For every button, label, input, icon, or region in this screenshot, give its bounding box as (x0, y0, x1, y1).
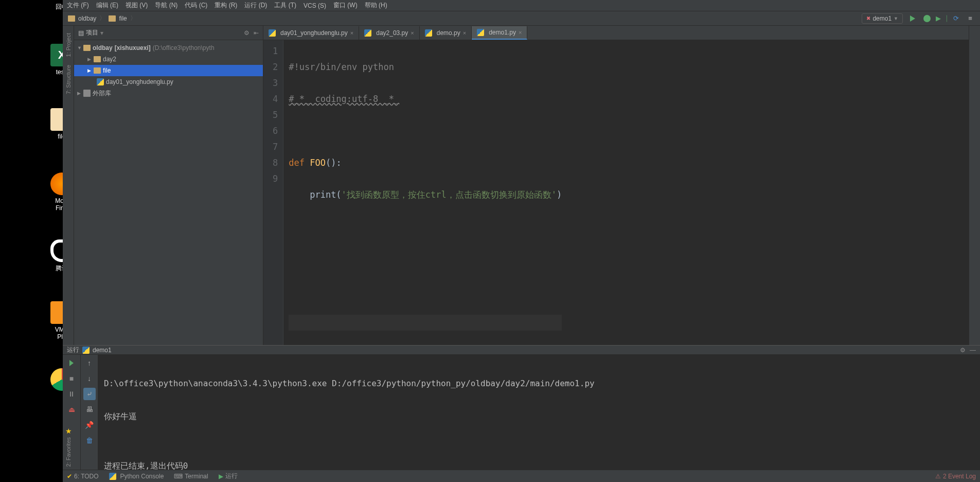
hide-icon[interactable]: — (970, 347, 976, 354)
tab-day01[interactable]: day01_yonghudenglu.py× (263, 26, 359, 40)
source-text[interactable]: #!usr/bin/env python #_*_ coding:utf-8 _… (283, 40, 567, 345)
expand-icon[interactable]: ▼ (77, 45, 83, 50)
tree-external-libs[interactable]: ▶ 外部库 (74, 88, 263, 99)
menu-bar: 文件 (F) 编辑 (E) 视图 (V) 导航 (N) 代码 (C) 重构 (R… (63, 0, 980, 11)
menu-view[interactable]: 视图 (V) (126, 1, 148, 10)
warning-icon: ⚠ (935, 473, 941, 480)
close-icon[interactable]: × (350, 30, 353, 36)
python-file-icon (82, 347, 90, 354)
python-file-icon (97, 78, 104, 85)
console-line: 你好牛逼 (104, 408, 974, 425)
tree-folder-file[interactable]: ▶ file (74, 65, 263, 76)
menu-vcs[interactable]: VCS (S) (304, 2, 326, 9)
run-button[interactable] (908, 14, 917, 23)
run-configuration-selector[interactable]: ✖ demo1 ▼ (862, 13, 903, 24)
chevron-right-icon: 〉 (99, 14, 105, 23)
tree-label: oldbay (93, 44, 113, 51)
print-button[interactable]: 🖶 (83, 403, 96, 416)
status-run[interactable]: ▶运行 (219, 472, 238, 480)
expand-icon[interactable]: ▶ (87, 68, 94, 73)
scroll-down-button[interactable]: ↓ (83, 372, 96, 385)
editor-area: day01_yonghudenglu.py× day2_03.py× demo.… (263, 26, 969, 345)
scroll-up-button[interactable]: ↑ (83, 357, 96, 369)
menu-help[interactable]: 帮助 (H) (365, 1, 387, 10)
python-icon (109, 473, 116, 480)
update-button[interactable]: ⟳ (951, 14, 960, 23)
rerun-button[interactable] (65, 357, 78, 369)
console-output[interactable]: D:\office3\python\anaconda3\3.4.3\python… (98, 355, 980, 482)
status-todo[interactable]: ✔6: TODO (67, 473, 99, 480)
close-icon[interactable]: × (463, 30, 466, 36)
tree-project-root[interactable]: ▼ oldbay [xishuxuexi] (D:\office3\python… (74, 42, 263, 54)
chevron-right-icon: 〉 (130, 14, 136, 23)
folder-icon (109, 15, 116, 22)
run-header-name: demo1 (93, 347, 112, 354)
sidebar-structure-tab[interactable]: 7: Structure (65, 65, 72, 94)
status-event-log[interactable]: ⚠2 Event Log (935, 473, 976, 480)
status-terminal[interactable]: ⌨Terminal (174, 473, 208, 480)
breadcrumb: oldbay 〉 file 〉 (68, 14, 136, 23)
code-editor[interactable]: 123456789 #!usr/bin/env python #_*_ codi… (263, 40, 969, 345)
crumb-root[interactable]: oldbay (78, 15, 96, 22)
gear-icon[interactable]: ⚙ (960, 347, 966, 354)
tab-day2-03[interactable]: day2_03.py× (359, 26, 420, 40)
pause-button[interactable]: ⏸ (65, 388, 78, 400)
collapse-icon[interactable]: ⇤ (254, 29, 259, 37)
tree-folder-day2[interactable]: ▶ day2 (74, 54, 263, 65)
sidebar-favorites-tab[interactable]: 2: Favorites (65, 437, 72, 467)
pin-button[interactable]: 📌 (83, 419, 96, 431)
line-gutter: 123456789 (263, 40, 283, 345)
sidebar-project-tab[interactable]: 1: Project (65, 33, 72, 57)
close-icon[interactable]: × (411, 30, 414, 36)
tree-file-day01[interactable]: day01_yonghudenglu.py (74, 76, 263, 88)
expand-icon[interactable]: ▶ (87, 57, 94, 62)
left-tool-strip: 1: Project 7: Structure (63, 26, 74, 345)
menu-window[interactable]: 窗口 (W) (333, 1, 358, 10)
stop-icon: ✖ (866, 15, 870, 21)
tab-label: demo.py (437, 29, 460, 37)
terminal-icon: ⌨ (174, 473, 183, 480)
tree-tag: [xishuxuexi] (115, 44, 151, 51)
tree-path: (D:\office3\python\pyth (153, 44, 215, 51)
run-coverage-button[interactable]: ▶⎹ (937, 14, 946, 23)
tab-label: demo1.py (489, 29, 516, 36)
tree-label: 外部库 (93, 89, 111, 98)
debug-button[interactable] (922, 14, 932, 23)
menu-nav[interactable]: 导航 (N) (155, 1, 177, 10)
run-header: 运行 demo1 ⚙ — (63, 346, 980, 355)
crumb-child[interactable]: file (119, 15, 127, 22)
run-header-label: 运行 (67, 346, 79, 354)
editor-tabs: day01_yonghudenglu.py× day2_03.py× demo.… (263, 26, 969, 40)
tab-label: day2_03.py (376, 29, 408, 37)
folder-icon (94, 67, 101, 74)
folder-icon (68, 15, 75, 22)
soft-wrap-button[interactable]: ⤶ (83, 388, 96, 400)
gear-icon[interactable]: ⚙ (244, 29, 250, 37)
clear-button[interactable]: 🗑 (83, 434, 96, 446)
menu-refactor[interactable]: 重构 (R) (215, 1, 237, 10)
menu-file[interactable]: 文件 (F) (67, 1, 89, 10)
close-icon[interactable]: × (519, 29, 522, 36)
python-file-icon (269, 29, 276, 37)
folder-icon (83, 45, 91, 51)
run-left-toolbar-2: ↑ ↓ ⤶ 🖶 📌 🗑 (80, 355, 98, 482)
menu-tools[interactable]: 工具 (T) (274, 1, 296, 10)
project-header-label: 项目 (86, 28, 98, 37)
menu-run[interactable]: 运行 (D) (244, 1, 267, 10)
expand-icon[interactable]: ▶ (77, 91, 83, 96)
tree-label: day01_yonghudenglu.py (106, 78, 173, 85)
tab-demo1[interactable]: demo1.py× (472, 26, 527, 40)
python-file-icon (425, 29, 432, 37)
menu-code[interactable]: 代码 (C) (185, 1, 207, 10)
status-python-console[interactable]: Python Console (109, 473, 164, 480)
tree-label: file (103, 67, 111, 74)
project-header-icon: ▤ (78, 29, 84, 37)
star-icon: ★ (65, 427, 72, 435)
stop-button[interactable]: ■ (65, 372, 78, 385)
project-tree[interactable]: ▼ oldbay [xishuxuexi] (D:\office3\python… (74, 40, 263, 345)
tab-demo[interactable]: demo.py× (420, 26, 472, 40)
chevron-down-icon[interactable]: ▾ (100, 29, 103, 37)
menu-edit[interactable]: 编辑 (E) (96, 1, 118, 10)
search-everywhere-button[interactable]: ≡ (966, 14, 975, 23)
console-line: D:\office3\python\anaconda3\3.4.3\python… (104, 375, 974, 392)
